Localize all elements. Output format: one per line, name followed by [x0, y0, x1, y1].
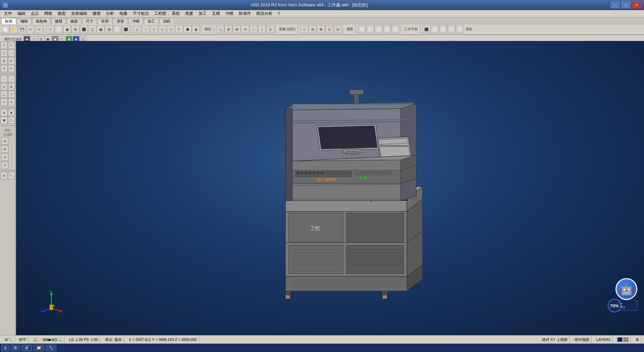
menu-item-点云[interactable]: 点云	[28, 10, 42, 17]
vop3[interactable]: ⊠	[317, 25, 325, 33]
lp-prop2[interactable]: ⊠	[1, 145, 8, 153]
lp-btn9[interactable]: ↔	[1, 75, 8, 83]
menu-item-冲模[interactable]: 冲模	[223, 10, 236, 17]
redo-btn[interactable]: ↪	[35, 25, 43, 33]
task-btn5[interactable]: 🔧	[46, 345, 56, 351]
lp-btn20[interactable]: ⬡	[8, 117, 15, 124]
menu-item-?[interactable]: ?	[275, 10, 283, 17]
view10[interactable]: ⬛	[122, 25, 130, 33]
img4[interactable]: ⟲	[241, 25, 249, 33]
save-btn[interactable]: 💾	[18, 25, 26, 33]
lp-btn16[interactable]: ✦	[8, 98, 15, 106]
sh5[interactable]: ⬡	[167, 25, 175, 33]
extra-icon[interactable]: ⚙	[634, 336, 641, 344]
menu-item-标准件[interactable]: 标准件	[236, 10, 254, 17]
sys2[interactable]: ⬜	[431, 25, 439, 33]
sh2[interactable]: ○	[142, 25, 150, 33]
menu-item-分析[interactable]: 分析	[103, 10, 117, 17]
img6[interactable]: ↕	[258, 25, 266, 33]
toolbar-tab-1[interactable]: 编辑	[17, 18, 32, 24]
lp-btn10[interactable]: ↕	[8, 75, 15, 83]
view4[interactable]: ⊞	[71, 25, 79, 33]
sh7[interactable]: ⬢	[183, 25, 192, 33]
wp1[interactable]: ⬜	[358, 25, 366, 33]
swatch1[interactable]	[617, 337, 623, 342]
lp-btn12[interactable]: ⊠	[8, 83, 15, 90]
menu-item-电极[interactable]: 电极	[117, 10, 130, 17]
menu-item-文件[interactable]: 文件	[1, 10, 15, 17]
sys5[interactable]: ⬜	[456, 25, 464, 33]
vop2[interactable]: ⊞	[309, 25, 317, 33]
sys3[interactable]: ⬜	[439, 25, 447, 33]
toolbar-tab-2[interactable]: 线架构	[32, 18, 51, 24]
lp-btn21[interactable]: ⚙	[1, 172, 8, 179]
menu-item-互模[interactable]: 互模	[209, 10, 223, 17]
swatch2[interactable]	[623, 337, 629, 342]
wp5[interactable]: ⬜	[391, 25, 399, 33]
menu-item-视窗[interactable]: 视窗	[182, 10, 196, 17]
wp2[interactable]: ⬜	[366, 25, 374, 33]
sys4[interactable]: ⬜	[447, 25, 455, 33]
lp-prop4[interactable]: ⊡	[1, 162, 8, 169]
task-btn3[interactable]: ⚡	[21, 345, 32, 351]
lp-btn18[interactable]: ◉	[8, 109, 15, 116]
toolbar-tab-6[interactable]: 应用	[98, 18, 112, 24]
lp-btn11[interactable]: ⊡	[1, 83, 8, 90]
view6[interactable]: ◫	[88, 25, 96, 33]
img1[interactable]: 🔍	[216, 25, 224, 33]
vop1[interactable]: ⊹	[300, 25, 308, 33]
undo-btn[interactable]: ↩	[26, 25, 35, 33]
open-btn[interactable]: 📂	[10, 25, 18, 33]
task-btn4[interactable]: 📁	[34, 345, 44, 351]
wp3[interactable]: ⬜	[375, 25, 383, 33]
sys1[interactable]: ⬛	[422, 25, 430, 33]
view2[interactable]: ⬜	[55, 25, 63, 33]
toolbar-tab-9[interactable]: 加工	[144, 18, 159, 24]
sh3[interactable]: □	[150, 25, 158, 33]
toolbar-tab-5[interactable]: 尺寸	[82, 18, 97, 24]
lp-btn22[interactable]: 🔧	[8, 172, 15, 179]
new-btn[interactable]: 📄	[1, 25, 9, 33]
mode-icons[interactable]: ⚙🔧⚡	[5, 338, 17, 342]
view7[interactable]: ▦	[97, 25, 105, 33]
view3[interactable]: ▣	[63, 25, 71, 33]
sh8[interactable]: ◉	[192, 25, 200, 33]
toolbar-tab-0[interactable]: 标准	[1, 18, 16, 24]
view5[interactable]: ⬛	[80, 25, 88, 33]
lp-btn7[interactable]: ⟲	[1, 65, 8, 72]
lp-btn13[interactable]: △	[1, 91, 8, 98]
toolbar-tab-7[interactable]: 变形	[113, 18, 128, 24]
menu-item-工程图[interactable]: 工程图	[152, 10, 169, 17]
viewport[interactable]: 迎汕 鹏联鹏	[16, 41, 644, 335]
img5[interactable]: ↔	[250, 25, 258, 33]
img2[interactable]: ⊞	[224, 25, 232, 33]
sh1[interactable]: △	[133, 25, 141, 33]
lp-btn15[interactable]: ⊹	[1, 98, 8, 106]
wp4[interactable]: ⬜	[383, 25, 391, 33]
lp-btn14[interactable]: ▽	[8, 91, 15, 98]
toolbar-tab-3[interactable]: 建模	[51, 18, 66, 24]
view9[interactable]: ⬜	[113, 25, 121, 33]
view8[interactable]: ▤	[105, 25, 113, 33]
img3[interactable]: ⊠	[233, 25, 241, 33]
lp-btn8[interactable]: ⟳	[8, 65, 15, 72]
menu-item-加工[interactable]: 加工	[196, 10, 209, 17]
vop5[interactable]: ⊟	[334, 25, 342, 33]
menu-item-曲面[interactable]: 曲面	[55, 10, 68, 17]
menu-item-尺寸标注[interactable]: 尺寸标注	[130, 10, 152, 17]
view1[interactable]: □	[46, 25, 54, 33]
lp-btn3[interactable]: ⬡	[1, 49, 8, 57]
vop4[interactable]: ⊡	[325, 25, 333, 33]
lp-btn1[interactable]: ↖	[1, 42, 8, 49]
menu-item-系统[interactable]: 系统	[169, 10, 182, 17]
sh4[interactable]: ◇	[158, 25, 166, 33]
close-button[interactable]: ✕	[632, 2, 641, 8]
toolbar-tab-4[interactable]: 曲面	[67, 18, 82, 24]
toolbar-tab-8[interactable]: 冲模	[128, 18, 143, 24]
task-btn1[interactable]: tI	[1, 345, 9, 351]
lp-btn2[interactable]: ✕	[8, 42, 15, 49]
menu-item-实体编辑[interactable]: 实体编辑	[68, 10, 90, 17]
lp-btn4[interactable]: →	[8, 49, 15, 57]
task-btn2[interactable]: ⚙	[11, 345, 20, 351]
menu-item-模流分析[interactable]: 模流分析	[254, 10, 275, 17]
